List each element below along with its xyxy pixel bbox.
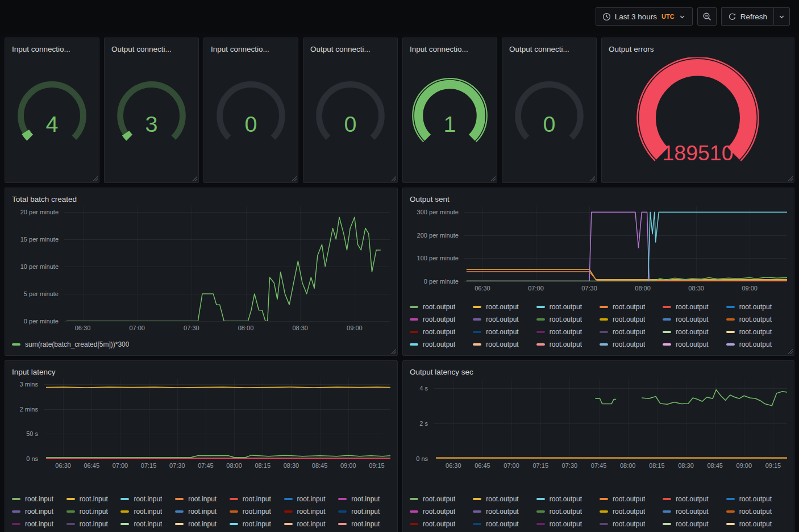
svg-text:4: 4: [45, 111, 58, 136]
panel-title[interactable]: Output errors: [609, 41, 787, 56]
x-tick-label: 09:15: [765, 462, 781, 469]
panel-title[interactable]: Output connecti...: [310, 41, 390, 56]
panel-resize-handle[interactable]: [292, 176, 297, 181]
refresh-button[interactable]: Refresh: [721, 7, 773, 26]
legend-item[interactable]: root.output: [410, 493, 471, 505]
panel-title[interactable]: Output connecti...: [509, 41, 589, 56]
legend-item[interactable]: root.output: [410, 338, 471, 351]
legend-item[interactable]: root.input: [12, 518, 64, 530]
zoom-out-button[interactable]: [697, 7, 717, 26]
legend-item[interactable]: root.input: [338, 493, 390, 505]
legend-item[interactable]: root.input: [230, 518, 282, 530]
legend-label: root.output: [739, 340, 772, 348]
legend-item[interactable]: root.input: [12, 493, 64, 505]
panel-resize-handle[interactable]: [192, 176, 197, 181]
refresh-button-group: Refresh: [721, 7, 790, 26]
plot-area[interactable]: [464, 206, 787, 281]
legend-item[interactable]: root.output: [410, 301, 471, 313]
panel-title[interactable]: Input latency: [12, 364, 390, 379]
legend-label: root.output: [613, 328, 645, 336]
legend-item[interactable]: root.output: [663, 518, 723, 530]
legend-item[interactable]: root.input: [66, 505, 119, 518]
legend-item[interactable]: root.output: [726, 313, 787, 326]
refresh-interval-dropdown[interactable]: [773, 7, 790, 26]
legend-item[interactable]: sum(rate(batch_created[5m]))*300: [12, 338, 129, 351]
panel-resize-handle[interactable]: [391, 349, 396, 354]
legend-item[interactable]: root.input: [230, 493, 282, 505]
legend-item[interactable]: root.output: [663, 313, 723, 326]
legend-item[interactable]: root.input: [66, 493, 119, 505]
legend-item[interactable]: root.output: [600, 326, 660, 338]
panel-title[interactable]: Output connecti...: [111, 41, 192, 56]
legend-item[interactable]: root.input: [175, 493, 227, 505]
legend-item[interactable]: root.input: [338, 518, 390, 530]
legend-item[interactable]: root.output: [600, 301, 660, 313]
plot-area[interactable]: [434, 379, 787, 459]
legend-item[interactable]: root.input: [284, 505, 336, 518]
panel-title[interactable]: Total batch created: [12, 192, 390, 206]
legend-item[interactable]: root.input: [66, 518, 119, 530]
legend-item[interactable]: root.output: [726, 518, 787, 530]
legend-item[interactable]: root.output: [536, 505, 597, 518]
legend-item[interactable]: root.input: [175, 518, 227, 530]
time-picker-button[interactable]: Last 3 hours UTC: [596, 7, 693, 26]
legend-item[interactable]: root.output: [473, 301, 534, 313]
panel-resize-handle[interactable]: [788, 349, 793, 354]
panel-resize-handle[interactable]: [93, 176, 98, 181]
legend-item[interactable]: root.output: [410, 518, 471, 530]
panel-title[interactable]: Output latency sec: [410, 364, 787, 379]
plot-area[interactable]: [44, 379, 390, 459]
legend-item[interactable]: root.output: [473, 493, 534, 505]
legend-item[interactable]: root.output: [663, 301, 723, 313]
legend-item[interactable]: root.output: [536, 326, 597, 338]
legend-item[interactable]: root.output: [410, 505, 471, 518]
legend-item[interactable]: root.output: [473, 326, 534, 338]
legend-item[interactable]: root.output: [600, 338, 660, 351]
legend-item[interactable]: root.output: [600, 313, 660, 326]
legend-item[interactable]: root.output: [663, 326, 723, 338]
legend-item[interactable]: root.output: [726, 505, 787, 518]
legend-item[interactable]: root.output: [473, 338, 534, 351]
panel-resize-handle[interactable]: [788, 176, 793, 181]
panel-resize-handle[interactable]: [490, 176, 496, 181]
panel-title[interactable]: Input connectio...: [410, 41, 490, 56]
legend-item[interactable]: root.output: [473, 505, 534, 518]
legend-item[interactable]: root.output: [726, 326, 787, 338]
legend-item[interactable]: root.input: [284, 518, 336, 530]
panel-resize-handle[interactable]: [391, 176, 396, 181]
legend-item[interactable]: root.output: [536, 338, 597, 351]
series-color-swatch: [726, 331, 735, 333]
legend-item[interactable]: root.output: [600, 493, 660, 505]
legend-item[interactable]: root.output: [536, 493, 597, 505]
legend-item[interactable]: root.input: [120, 493, 173, 505]
legend-label: root.output: [613, 495, 645, 503]
legend-item[interactable]: root.input: [230, 505, 282, 518]
panel-title[interactable]: Input connectio...: [211, 41, 291, 56]
legend-item[interactable]: root.input: [12, 505, 64, 518]
legend-item[interactable]: root.output: [726, 301, 787, 313]
legend-item[interactable]: root.output: [663, 505, 723, 518]
series-color-swatch: [473, 523, 481, 525]
legend-item[interactable]: root.output: [663, 493, 723, 505]
legend-item[interactable]: root.output: [600, 518, 660, 530]
legend-item[interactable]: root.input: [120, 518, 173, 530]
legend-item[interactable]: root.output: [663, 338, 723, 351]
legend-item[interactable]: root.output: [600, 505, 660, 518]
legend-item[interactable]: root.output: [473, 518, 534, 530]
legend-item[interactable]: root.input: [120, 505, 173, 518]
legend-item[interactable]: root.output: [536, 518, 597, 530]
legend-item[interactable]: root.output: [536, 301, 597, 313]
legend-item[interactable]: root.output: [473, 313, 534, 326]
legend-item[interactable]: root.input: [284, 493, 336, 505]
legend-item[interactable]: root.input: [175, 505, 227, 518]
legend-item[interactable]: root.output: [726, 493, 787, 505]
legend-item[interactable]: root.input: [338, 505, 390, 518]
legend-item[interactable]: root.output: [726, 338, 787, 351]
plot-area[interactable]: [64, 206, 390, 321]
panel-resize-handle[interactable]: [590, 176, 595, 181]
legend-item[interactable]: root.output: [410, 313, 471, 326]
panel-title[interactable]: Output sent: [410, 192, 787, 206]
panel-title[interactable]: Input connectio...: [12, 41, 92, 56]
legend-item[interactable]: root.output: [536, 313, 597, 326]
legend-item[interactable]: root.output: [410, 326, 471, 338]
